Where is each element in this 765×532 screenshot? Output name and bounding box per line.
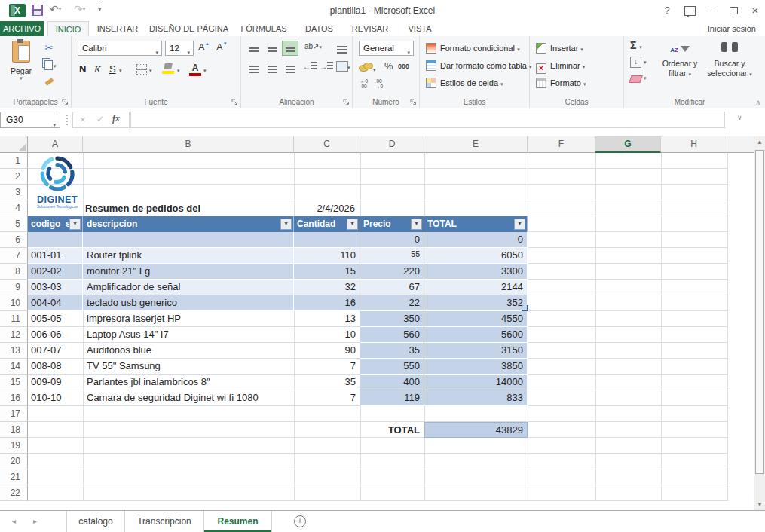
- cell[interactable]: teclado usb generico: [83, 295, 294, 311]
- tab-datos[interactable]: DATOS: [298, 21, 340, 36]
- cell[interactable]: 009-09: [28, 375, 83, 390]
- name-box[interactable]: G30▾: [0, 112, 60, 128]
- cell[interactable]: 3150: [424, 343, 528, 359]
- borders-dropdown-icon[interactable]: ▾: [149, 68, 152, 74]
- row-header[interactable]: 20: [0, 454, 28, 469]
- cell[interactable]: 13: [294, 311, 360, 327]
- enter-icon[interactable]: ✓: [96, 114, 104, 124]
- cell-styles-button[interactable]: Estilos de celda ▾: [426, 75, 503, 91]
- cell[interactable]: monitor 21" Lg: [83, 264, 294, 280]
- column-header-e[interactable]: E: [424, 136, 528, 153]
- fill-color-dropdown-icon[interactable]: ▾: [177, 68, 180, 74]
- cell[interactable]: 560: [360, 327, 424, 343]
- header-descripcion[interactable]: descripcion▾: [83, 216, 294, 232]
- qat-customize-icon[interactable]: ▾: [98, 5, 102, 13]
- cell[interactable]: 5600: [424, 327, 528, 343]
- report-date-cell[interactable]: 2/4/2026: [294, 200, 357, 216]
- align-middle-icon[interactable]: [264, 41, 280, 56]
- cell[interactable]: 220: [360, 264, 424, 280]
- collapse-ribbon-icon[interactable]: ∧: [755, 99, 760, 106]
- undo-icon[interactable]: ↶▾: [50, 3, 61, 15]
- row-header[interactable]: 2: [0, 169, 28, 185]
- bold-button[interactable]: N: [79, 63, 86, 75]
- row-header[interactable]: 15: [0, 375, 28, 390]
- tab-inicio[interactable]: INICIO: [47, 21, 89, 36]
- vertical-scrollbar[interactable]: ▲ ▼: [754, 136, 765, 510]
- filter-icon[interactable]: ▾: [347, 219, 358, 230]
- cell[interactable]: 15: [294, 264, 360, 280]
- cell[interactable]: impresora laserjet HP: [83, 311, 294, 327]
- cell[interactable]: 4550: [424, 311, 528, 327]
- select-all-corner[interactable]: [0, 136, 28, 153]
- autosum-icon[interactable]: Σ ▾: [630, 39, 642, 51]
- fill-dropdown-icon[interactable]: ▾: [644, 60, 647, 66]
- column-header-b[interactable]: B: [83, 136, 294, 153]
- merge-dropdown-icon[interactable]: ▾: [347, 65, 350, 71]
- save-icon[interactable]: [32, 5, 43, 16]
- insert-cells-button[interactable]: Insertar ▾: [536, 40, 583, 57]
- cell[interactable]: 55: [360, 248, 424, 264]
- scroll-up-icon[interactable]: ▲: [754, 139, 765, 145]
- grand-total-value-cell[interactable]: 43829: [424, 422, 528, 438]
- grid-body[interactable]: DIGINET Soluciones Tecnológicas Resumen …: [28, 153, 754, 501]
- cell[interactable]: 350: [360, 311, 424, 327]
- row-header[interactable]: 8: [0, 264, 28, 280]
- cell[interactable]: Parlantes jbl inalambricos 8": [83, 375, 294, 390]
- row-header[interactable]: 17: [0, 406, 28, 422]
- scroll-down-icon[interactable]: ▼: [754, 501, 765, 508]
- cell[interactable]: 7: [294, 359, 360, 375]
- align-center-icon[interactable]: [264, 60, 280, 75]
- underline-button[interactable]: S: [109, 63, 116, 75]
- fill-color-icon[interactable]: [162, 63, 174, 74]
- company-logo[interactable]: DIGINET Soluciones Tecnológicas: [32, 154, 82, 209]
- cell[interactable]: 16: [294, 295, 360, 311]
- sign-in-link[interactable]: Iniciar sesión: [708, 21, 756, 36]
- redo-icon[interactable]: ↷▾: [74, 3, 85, 15]
- cell[interactable]: 003-03: [28, 280, 83, 295]
- wrap-text-icon[interactable]: [333, 41, 350, 56]
- tab-revisar[interactable]: REVISAR: [347, 21, 393, 36]
- vertical-scroll-thumb[interactable]: [755, 150, 764, 474]
- cell[interactable]: 004-04: [28, 295, 83, 311]
- underline-dropdown-icon[interactable]: ▾: [119, 68, 122, 74]
- cell[interactable]: 14000: [424, 375, 528, 390]
- header-total[interactable]: TOTAL▾: [424, 216, 528, 232]
- column-header-h[interactable]: H: [661, 136, 727, 153]
- help-icon[interactable]: ?: [657, 0, 677, 21]
- row-header[interactable]: 5: [0, 216, 28, 232]
- merge-center-icon[interactable]: [336, 61, 348, 72]
- increase-decimal-icon[interactable]: ←000: [360, 78, 368, 89]
- percent-style-icon[interactable]: %: [384, 60, 393, 72]
- cell[interactable]: 0: [424, 232, 528, 248]
- row-header[interactable]: 22: [0, 485, 28, 501]
- find-select-button[interactable]: Buscar y seleccionar ▾: [705, 39, 754, 79]
- decrease-indent-icon[interactable]: ←: [303, 62, 317, 71]
- align-top-icon[interactable]: [246, 41, 262, 56]
- cell[interactable]: 67: [360, 280, 424, 295]
- format-as-table-button[interactable]: Dar formato como tabla ▾: [426, 57, 532, 74]
- font-name-select[interactable]: Calibri▾: [78, 41, 162, 56]
- alignment-dialog-launcher-icon[interactable]: [343, 99, 350, 105]
- cell[interactable]: 22: [360, 295, 424, 311]
- row-header[interactable]: 12: [0, 327, 28, 343]
- conditional-formatting-button[interactable]: Formato condicional ▾: [426, 40, 520, 57]
- header-cantidad[interactable]: Cantidad▾: [294, 216, 360, 232]
- cell[interactable]: 001-01: [28, 248, 83, 264]
- row-header[interactable]: 3: [0, 185, 28, 200]
- paste-button[interactable]: Pegar ▾: [6, 41, 36, 81]
- formula-input[interactable]: [130, 112, 725, 128]
- row-header[interactable]: 21: [0, 469, 28, 485]
- cell[interactable]: Router tplink: [83, 248, 294, 264]
- row-header[interactable]: 1: [0, 153, 28, 169]
- row-header[interactable]: 7: [0, 248, 28, 264]
- sheet-tab-transcripcion[interactable]: Transcripcion: [125, 511, 204, 532]
- row-header[interactable]: 16: [0, 390, 28, 406]
- font-color-icon[interactable]: A: [189, 63, 201, 76]
- cell[interactable]: [28, 232, 83, 248]
- sheet-tab-resumen[interactable]: Resumen: [204, 511, 272, 532]
- insert-function-icon[interactable]: fx: [112, 113, 120, 124]
- clear-dropdown-icon[interactable]: ▾: [644, 75, 647, 81]
- font-color-dropdown-icon[interactable]: ▾: [203, 68, 207, 74]
- borders-icon[interactable]: [136, 64, 147, 75]
- cell[interactable]: 32: [294, 280, 360, 295]
